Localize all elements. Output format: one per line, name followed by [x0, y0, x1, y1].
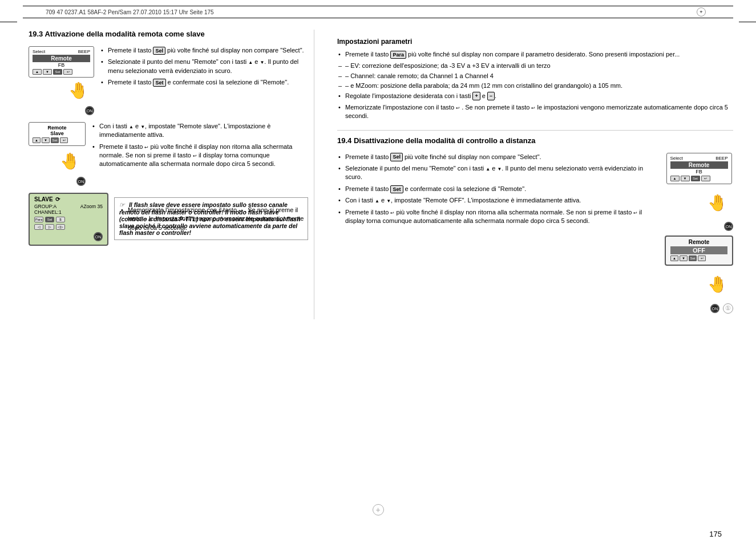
remote-off-display: Remote OFF ▲ ▼ Set ↩: [665, 236, 733, 266]
btn-up-2[interactable]: ▲: [33, 137, 41, 143]
rod-btn-back[interactable]: ↩: [698, 255, 706, 261]
arrow-up-r: [486, 165, 490, 172]
on-button-1: ON: [85, 106, 94, 115]
params-bullet-mzoom: – e MZoom: posizione della parabola; da …: [337, 82, 733, 90]
deactivate-displays: Select BEEP Remote FB ▲ ▼ Set ↩: [665, 153, 733, 314]
main-content: 19.3 Attivazione della modalità remota c…: [0, 18, 756, 342]
select-label-1: Select: [33, 49, 45, 54]
azoom-label: AZoom 35: [80, 204, 103, 209]
hand-group-r2: 🤚: [665, 270, 733, 299]
slave-btn-sel[interactable]: Sel: [45, 217, 54, 222]
btn-down-r[interactable]: ▼: [681, 176, 690, 181]
hand-icon-1: 🤚: [63, 76, 94, 105]
arrow-down-2: [140, 123, 145, 129]
select-beep-remote-display-2: Select BEEP Remote FB ▲ ▼ Set ↩: [666, 153, 732, 184]
params-bullet-reg: Regolate l'impostazione desiderata con i…: [337, 92, 733, 100]
on-btn-group-r1: ON: [665, 222, 733, 231]
slave-btn-para[interactable]: Para: [34, 217, 43, 222]
para-btn-inline: Para: [390, 51, 406, 59]
btn-back-1[interactable]: ↩: [63, 69, 72, 75]
btn-set-2[interactable]: Set: [51, 137, 59, 143]
arrow-down-r: [497, 165, 502, 172]
on-button-r2: ON: [710, 304, 719, 313]
minus-btn-inline: –: [487, 92, 495, 100]
rod-btn-set[interactable]: Set: [689, 255, 697, 261]
slave-display-box: SLAVE ⟳ GROUP:A AZoom 35 CHANNEL:1: [29, 193, 108, 246]
rod-buttons: ▲ ▼ Set ↩: [670, 255, 727, 261]
params-bullet-1: Premete il tasto Para più volte finché s…: [337, 50, 733, 59]
right-column: Impostazioni parametri Premete il tasto …: [320, 30, 733, 319]
circle-mark-r: ①: [723, 303, 733, 314]
arrow-back-2: [144, 143, 148, 150]
slave-ctrl-row: ◁ ▷ ◁▷: [34, 224, 103, 230]
deact-bullet-2: Selezionate il punto del menu "Remote" c…: [337, 164, 659, 182]
deactivate-layout: Premete il tasto Sel più volte finché su…: [337, 153, 733, 314]
bullet-1-2: Selezionate il punto del menu "Remote" c…: [100, 58, 308, 75]
on-button-2: ON: [76, 177, 86, 186]
set-btn-deact: Set: [390, 185, 403, 194]
arrow-up-r2: [375, 197, 379, 204]
arrow-back-r2b: [633, 209, 637, 216]
top-line-right: [739, 22, 756, 22]
rod-btn-down[interactable]: ▼: [680, 255, 688, 261]
btn-set-1[interactable]: Set: [53, 69, 62, 75]
btn-back-2[interactable]: ↩: [60, 137, 68, 143]
btn-down-1[interactable]: ▼: [43, 69, 52, 75]
dbs-header-1: Select BEEP: [33, 49, 90, 54]
bullet-2-2: Premete il tasto più volte finché il dis…: [91, 143, 308, 169]
bullet-list-1: Premete il tasto Sel più volte finché su…: [100, 46, 308, 87]
rod-btn-up[interactable]: ▲: [670, 255, 678, 261]
btn-down-2[interactable]: ▼: [42, 137, 50, 143]
deactivate-bullets: Premete il tasto Sel più volte finché su…: [337, 153, 659, 314]
bullet-3-1: Memorizzate l'impostazione con il tasto …: [120, 206, 308, 232]
rod-off: OFF: [670, 246, 727, 254]
dbs-buttons-1: ▲ ▼ Set ↩: [33, 69, 90, 75]
display-group-3: SLAVE ⟳ GROUP:A AZoom 35 CHANNEL:1: [29, 193, 108, 246]
slave-ctrl-3[interactable]: ◁▷: [56, 224, 65, 230]
btn-set-r[interactable]: Set: [691, 176, 700, 181]
slave-on-row: ON: [34, 232, 103, 241]
right-section-params: Impostazioni parametri Premete il tasto …: [337, 38, 733, 121]
left-column: 19.3 Attivazione della modalità remota c…: [29, 30, 308, 319]
set-btn-inline-1: Set: [153, 79, 165, 87]
params-bullet-list: Premete il tasto Para più volte finché s…: [337, 50, 733, 121]
select-beep-remote-display-1: Select BEEP Remote FB ▲ ▼ Set ↩: [29, 46, 94, 78]
on-button-r1: ON: [724, 222, 733, 231]
hand-icon-r1: 🤚: [702, 189, 733, 217]
hand-group-2: 🤚: [29, 147, 86, 176]
bullets-block-2: Con i tasti e , impostate "Remote slave"…: [91, 122, 308, 186]
btn-up-r[interactable]: ▲: [670, 176, 680, 181]
beep-label-1: BEEP: [78, 49, 90, 54]
slave-row-1: GROUP:A AZoom 35: [34, 204, 103, 209]
beep-label-2: BEEP: [715, 156, 727, 161]
dbs-buttons-r: ▲ ▼ Set ↩: [670, 176, 728, 181]
hand-icon-2: 🤚: [54, 147, 86, 176]
slave-icon: ⟳: [55, 196, 60, 202]
arrow-down-r2: [386, 197, 391, 204]
left-section-title: 19.3 Attivazione della modalità remota c…: [29, 30, 308, 39]
remote-slave-display: Remote Slave ▲ ▼ Set ↩: [29, 122, 86, 146]
deact-bullet-5: Premete il tasto più volte finché il dis…: [337, 208, 659, 226]
page-container: 709 47 0237.A1 58AF-2 Pen/Sam 27.07.2010…: [0, 6, 756, 544]
slave-ctrl-2[interactable]: ▷: [45, 224, 54, 230]
slave-row-2: CHANNEL:1: [34, 209, 103, 215]
right-section-deactivate: 19.4 Disattivazione della modalità di co…: [337, 136, 733, 314]
section-1-group: Select BEEP Remote FB ▲ ▼ Set ↩: [29, 46, 308, 115]
header-reg-mark: +: [697, 7, 706, 17]
slave-ctrl-1[interactable]: ◁: [34, 224, 43, 230]
btn-back-r[interactable]: ↩: [701, 176, 710, 181]
slave-line: Slave: [33, 131, 82, 136]
page-number: 175: [709, 530, 722, 538]
params-title: Impostazioni parametri: [337, 38, 733, 46]
arrow-up-2: [129, 123, 134, 129]
rod-remote: Remote: [670, 239, 727, 245]
params-bullet-ev: – EV: correzione dell'esposizione; da -3…: [337, 62, 733, 70]
btn-up-1[interactable]: ▲: [33, 69, 42, 75]
remote-line: Remote: [33, 125, 82, 131]
hand-group-1: 🤚: [29, 76, 94, 105]
channel-label: CHANNEL:1: [34, 209, 62, 215]
slave-btn-pct[interactable]: $: [56, 217, 65, 222]
sel-btn-deact-1: Sel: [390, 153, 403, 161]
dbs-header-2: Select BEEP: [670, 156, 728, 161]
bullet-2-1: Con i tasti e , impostate "Remote slave"…: [91, 122, 308, 140]
